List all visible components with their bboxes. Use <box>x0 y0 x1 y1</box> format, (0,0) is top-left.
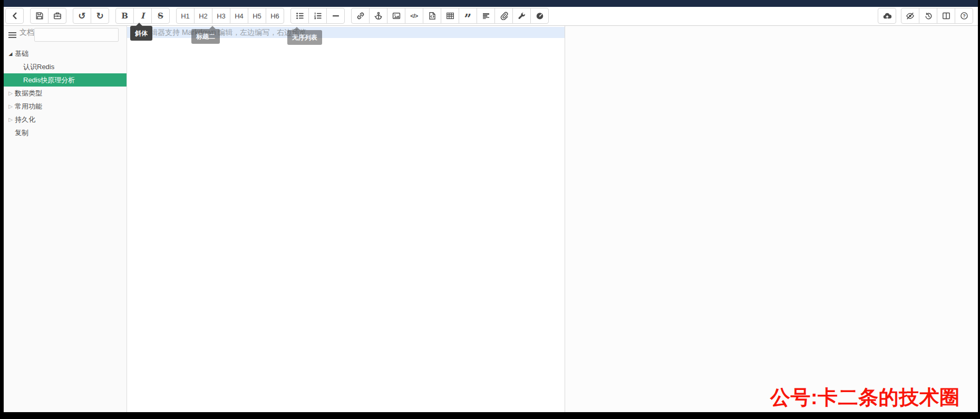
preview-pane <box>565 26 978 412</box>
toolbar-right-groups: ? <box>878 8 973 24</box>
tooltip-arrow <box>209 26 216 29</box>
unordered-list-icon <box>296 12 304 20</box>
toolbar-button-group <box>30 8 66 24</box>
cloud-upload-icon <box>882 12 892 20</box>
toolbar-button-toggle-preview[interactable] <box>901 8 919 24</box>
toolbar-button-bold[interactable]: B <box>115 8 134 24</box>
horizontal-rule-icon <box>332 12 340 20</box>
toolbar-button-format-lines[interactable] <box>477 8 495 24</box>
toolbar-button-back[interactable] <box>5 8 24 24</box>
window-titlebar <box>4 0 978 7</box>
toolbar-button-anchor[interactable] <box>369 8 387 24</box>
toolbar-button-heading-5[interactable]: H5 <box>248 8 266 24</box>
document-tree: ◢基础认识RedisRedis快原理分析▷数据类型▷常用功能▷持久化复制 <box>4 47 127 139</box>
tooltip-heading-2: 标题二 <box>191 29 220 44</box>
toolbar-button-tools[interactable] <box>512 8 531 24</box>
tree-item-label: 基础 <box>15 49 28 59</box>
document-search-input[interactable] <box>34 28 119 42</box>
table-icon <box>446 12 454 20</box>
toolbar-button-heading-4[interactable]: H4 <box>230 8 248 24</box>
toolbar-button-heading-2[interactable]: H2 <box>194 8 212 24</box>
tooltip-unordered-list: 无序列表 <box>287 30 322 45</box>
toolbar-button-group: H1H2H3H4H5H6 <box>176 8 284 24</box>
toolbar-button-redo[interactable]: ↻ <box>91 8 109 24</box>
sidebar-header: 文档 <box>4 26 127 44</box>
toolbar-button-strikethrough[interactable]: S <box>151 8 170 24</box>
back-icon <box>11 12 19 20</box>
tree-item-6[interactable]: 复制 <box>4 126 127 139</box>
svg-text:?: ? <box>963 13 966 18</box>
tree-collapsed-icon[interactable]: ▷ <box>7 90 14 96</box>
toolbar-button-group <box>290 8 345 24</box>
toolbar-button-help[interactable]: ? <box>955 8 973 24</box>
toolbar-button-group: </>” <box>351 8 549 24</box>
toolbar-button-image[interactable] <box>387 8 405 24</box>
markdown-editor[interactable]: 本编辑器支持 Markdown 编辑，左边编写，右边预览。 <box>127 26 565 412</box>
toolbar-button-code-block[interactable] <box>423 8 441 24</box>
tree-item-0[interactable]: ◢基础 <box>4 47 127 60</box>
toolbar-button-group <box>878 8 896 24</box>
history-icon <box>924 12 933 20</box>
toolbar-button-split-view[interactable] <box>937 8 955 24</box>
toolbar-button-ordered-list[interactable] <box>308 8 327 24</box>
toolbar-button-heading-6[interactable]: H6 <box>266 8 284 24</box>
tree-item-label: 持久化 <box>15 115 35 125</box>
sidebar: 文档 ◢基础认识RedisRedis快原理分析▷数据类型▷常用功能▷持久化复制 <box>4 26 127 412</box>
tree-expanded-icon[interactable]: ◢ <box>7 51 14 56</box>
toolbar-button-group: BIS <box>115 8 170 24</box>
tooltip-italic: 斜体 <box>130 26 152 41</box>
help-icon: ? <box>960 12 968 20</box>
tree-item-1[interactable]: 认识Redis <box>4 60 127 73</box>
toolbar-button-attachment[interactable] <box>494 8 513 24</box>
toolbar-button-table[interactable] <box>441 8 459 24</box>
sidebar-title: 文档 <box>20 28 34 37</box>
toolbar-button-italic[interactable]: I <box>133 8 152 24</box>
tree-item-4[interactable]: ▷常用功能 <box>4 100 127 113</box>
toolbar-button-inline-code[interactable]: </> <box>405 8 423 24</box>
tree-item-2[interactable]: Redis快原理分析 <box>4 73 127 87</box>
toolbar-left-groups: ↺↻BISH1H2H3H4H5H6</>” <box>5 8 549 24</box>
save-icon <box>35 12 44 20</box>
window-content: 文档 ◢基础认识RedisRedis快原理分析▷数据类型▷常用功能▷持久化复制 … <box>4 26 978 412</box>
toolbar-button-horizontal-rule[interactable] <box>326 8 345 24</box>
toolbar-button-group <box>5 8 24 24</box>
tree-item-label: 认识Redis <box>23 62 54 72</box>
image-icon <box>392 12 401 20</box>
attachment-icon <box>500 12 508 20</box>
toolbar-button-cloud-upload[interactable] <box>878 8 896 24</box>
toolbar-button-link[interactable] <box>351 8 370 24</box>
dashboard-icon <box>536 12 544 20</box>
toolbar-button-workspace[interactable] <box>48 8 66 24</box>
toolbar-button-unordered-list[interactable] <box>290 8 309 24</box>
toolbar-button-dashboard[interactable] <box>530 8 549 24</box>
tree-item-label: Redis快原理分析 <box>23 75 75 85</box>
toolbar-button-blockquote[interactable]: ” <box>459 8 477 24</box>
code-block-icon <box>428 12 436 20</box>
tree-item-3[interactable]: ▷数据类型 <box>4 87 127 100</box>
toolbar-button-group: ? <box>901 8 973 24</box>
tooltip-arrow <box>136 23 142 26</box>
toolbar-button-history[interactable] <box>919 8 937 24</box>
format-lines-icon <box>482 12 490 20</box>
toolbar-button-undo[interactable]: ↺ <box>73 8 91 24</box>
link-icon <box>356 12 365 20</box>
ordered-list-icon <box>314 12 322 20</box>
toolbar-button-save[interactable] <box>30 8 48 24</box>
anchor-icon <box>374 12 383 20</box>
watermark-text: 公号:卡二条的技术圈 <box>770 384 960 411</box>
tree-collapsed-icon[interactable]: ▷ <box>7 103 14 109</box>
toolbar-button-group: ↺↻ <box>73 8 109 24</box>
toolbar-button-heading-1[interactable]: H1 <box>176 8 195 24</box>
tree-collapsed-icon[interactable]: ▷ <box>7 117 14 122</box>
toggle-preview-icon <box>906 12 915 20</box>
workspace-icon <box>53 12 62 20</box>
tree-item-5[interactable]: ▷持久化 <box>4 113 127 126</box>
tools-icon <box>518 12 526 20</box>
tree-item-label: 常用功能 <box>15 102 42 111</box>
tree-item-label: 复制 <box>15 128 28 138</box>
toolbar: ↺↻BISH1H2H3H4H5H6</>” ? <box>4 7 978 26</box>
tooltip-arrow <box>294 27 300 30</box>
toolbar-button-heading-3[interactable]: H3 <box>212 8 230 24</box>
sidebar-toggle-icon[interactable] <box>8 31 16 41</box>
split-view-icon <box>942 12 950 20</box>
